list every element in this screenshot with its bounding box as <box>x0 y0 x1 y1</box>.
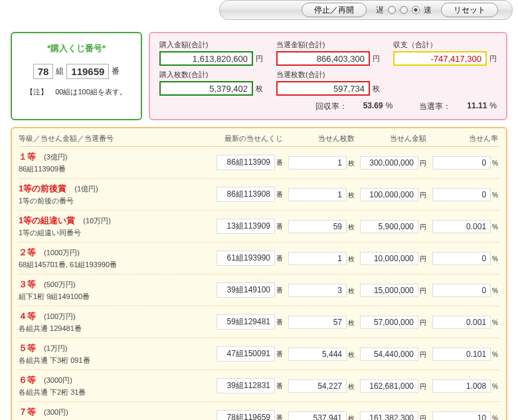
win-amount: 15,000,000 <box>360 284 418 297</box>
prize-cell: ３等(500万円)組下1桁 9組149100番 <box>19 278 211 302</box>
win-count: 1 <box>288 252 347 265</box>
speed-selector: 遅 速 <box>376 5 432 16</box>
ticket-num: 119659 <box>66 64 109 79</box>
header-amount: 当せん金額 <box>355 134 426 144</box>
prize-name: ５等 <box>19 343 36 353</box>
prize-name: ４等 <box>19 311 36 321</box>
win-count: 59 <box>288 220 347 233</box>
buy-count-value: 5,379,402 <box>159 81 253 96</box>
kumi-label: 組 <box>56 66 64 77</box>
win-count: 1 <box>288 156 347 169</box>
prize-numbers: 各組共通 下2桁 31番 <box>19 387 211 397</box>
table-row: ４等(100万円)各組共通 129481番59組129481番57枚57,000… <box>19 306 499 338</box>
prize-numbers: 各組共通 129481番 <box>19 324 211 334</box>
prize-name: ７等 <box>19 407 36 417</box>
yen-unit: 円 <box>256 54 263 64</box>
win-count: 57 <box>288 316 347 329</box>
balance-label: 収支（合計） <box>393 40 497 50</box>
latest-draw: 59組129481 <box>216 314 275 330</box>
prize-name: 1等の前後賞 <box>19 183 66 193</box>
prize-cell: ５等(1万円)各組共通 下3桁 091番 <box>19 342 211 366</box>
recovery-value: 53.69 <box>350 101 383 112</box>
prize-name: 1等の組違い賞 <box>19 215 75 225</box>
prize-amount-label: (1000万円) <box>44 249 80 257</box>
table-row: ３等(500万円)組下1桁 9組149100番39組149100番3枚15,00… <box>19 274 499 306</box>
prize-numbers: 1等の前後の番号 <box>19 196 211 206</box>
table-row: ６等(3000円)各組共通 下2桁 31番39組112831番54,227枚16… <box>19 370 499 402</box>
win-count: 1 <box>288 188 347 201</box>
win-rate: 0 <box>432 252 491 265</box>
latest-draw: 61組193990 <box>216 251 275 266</box>
speed-mid-radio[interactable] <box>400 6 408 14</box>
win-amount: 161,382,300 <box>360 411 418 421</box>
pause-resume-button[interactable]: 停止／再開 <box>302 3 367 17</box>
prize-cell: ６等(3000円)各組共通 下2桁 31番 <box>19 374 211 397</box>
latest-draw: 39組112831 <box>216 378 275 393</box>
latest-draw: 47組150091 <box>216 346 275 362</box>
prize-amount-label: (300円) <box>44 408 68 416</box>
win-amount: 162,681,000 <box>360 379 418 393</box>
prize-numbers: 各組共通 下3桁 091番 <box>19 356 211 366</box>
win-amount: 5,900,000 <box>360 220 418 233</box>
win-amount: 100,000,000 <box>360 188 418 201</box>
prize-amount-label: (10万円) <box>83 217 111 225</box>
speed-fast-radio[interactable] <box>412 6 420 14</box>
stats-panel: 購入金額(合計) 1,613,820,600円 当選金額(合計) 866,403… <box>149 32 507 120</box>
prize-cell: ４等(100万円)各組共通 129481番 <box>19 310 211 334</box>
prize-cell: ２等(1000万円)68組145701番, 61組193990番 <box>19 247 211 270</box>
prize-amount-label: (1万円) <box>44 344 67 352</box>
reset-button[interactable]: リセット <box>441 3 498 17</box>
prize-numbers: 組下1桁 9組149100番 <box>19 292 211 302</box>
table-row: 1等の前後賞(1億円)1等の前後の番号86組113908番1枚100,000,0… <box>19 179 499 211</box>
table-row: １等(3億円)86組113909番86組113909番1枚300,000,000… <box>19 147 499 179</box>
prize-amount-label: (100万円) <box>44 312 76 320</box>
win-rate: 10 <box>432 411 491 421</box>
win-amount: 57,000,000 <box>360 316 418 329</box>
latest-draw: 86組113909 <box>216 155 275 170</box>
prize-cell: ７等(300円)各組共通 下1桁 9番 <box>19 406 211 420</box>
win-count-label: 当選枚数(合計) <box>276 70 380 80</box>
win-rate: 0.001 <box>432 220 491 233</box>
prize-cell: 1等の組違い賞(10万円)1等の組違い同番号 <box>19 215 211 238</box>
prize-name: ３等 <box>19 279 36 289</box>
prize-cell: １等(3億円)86組113909番 <box>19 151 211 174</box>
fast-label: 速 <box>424 5 432 16</box>
hitrate-label: 当選率： <box>419 101 451 112</box>
prize-amount-label: (3000円) <box>44 376 72 384</box>
win-rate: 1.008 <box>432 379 491 393</box>
latest-draw: 39組149100 <box>216 282 275 298</box>
prize-name: １等 <box>19 152 36 161</box>
toolbar-controls: 停止／再開 遅 速 リセット <box>226 3 498 17</box>
win-amount: 300,000,000 <box>360 156 418 169</box>
win-rate: 0 <box>432 188 491 201</box>
ticket-title: *購入くじ番号* <box>17 43 135 54</box>
table-header: 等級／当せん金額／当選番号 最新の当せんくじ 当せん枚数 当せん金額 当せん率 <box>19 134 499 147</box>
win-amount-label: 当選金額(合計) <box>276 40 380 50</box>
win-count: 54,227 <box>288 379 347 393</box>
header-latest: 最新の当せんくじ <box>211 134 283 144</box>
prize-numbers: 86組113909番 <box>19 164 211 174</box>
speed-slow-radio[interactable] <box>388 6 396 14</box>
header-left: 等級／当せん金額／当選番号 <box>19 134 211 144</box>
win-amount: 54,440,000 <box>360 348 418 361</box>
win-count: 3 <box>288 284 347 297</box>
header-count: 当せん枚数 <box>283 134 355 144</box>
win-amount: 10,000,000 <box>360 252 418 265</box>
latest-draw: 13組113909 <box>216 219 275 234</box>
table-row: ２等(1000万円)68組145701番, 61組193990番61組19399… <box>19 243 499 274</box>
latest-draw: 86組113908 <box>216 187 275 202</box>
win-amount-value: 866,403,300 <box>276 51 370 66</box>
prize-cell: 1等の前後賞(1億円)1等の前後の番号 <box>19 183 211 206</box>
num-label: 番 <box>112 66 120 77</box>
prize-amount-label: (500万円) <box>44 280 76 288</box>
win-count: 5,444 <box>288 348 347 361</box>
ticket-number: 78 組 119659 番 <box>17 64 135 79</box>
win-rate: 0.001 <box>432 316 491 329</box>
prize-numbers: 1等の組違い同番号 <box>19 228 211 238</box>
win-rate: 0 <box>432 284 491 297</box>
table-row: 1等の組違い賞(10万円)1等の組違い同番号13組113909番59枚5,900… <box>19 211 499 243</box>
buy-count-label: 購入枚数(合計) <box>159 70 263 80</box>
buy-amount-value: 1,613,820,600 <box>159 51 253 66</box>
ticket-kumi: 78 <box>33 64 54 79</box>
latest-draw: 78組119659 <box>216 410 275 420</box>
